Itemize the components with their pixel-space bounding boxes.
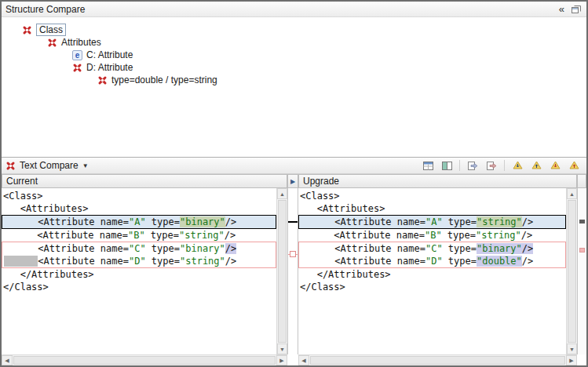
scroll-left-button[interactable]: ◀ [2,355,13,365]
scroll-left-icon: ◀ [5,358,9,363]
overview-spacer [577,354,586,365]
code-segment: type= [146,216,180,227]
scroll-thumb[interactable] [13,356,276,365]
conflict-block: <Attribute name="C" type="binary"/> <Att… [2,242,276,268]
tree-item-attributes[interactable]: Attributes [2,36,586,49]
scroll-thumb[interactable] [568,200,576,343]
code-line[interactable]: </Attributes> [2,268,276,281]
code-segment: <Attribute name= [4,216,129,227]
code-segment [4,256,38,267]
left-pane: <Class> <Attributes> <Attribute name="A"… [2,188,287,354]
code-line[interactable]: <Attribute name="B" type="string"/> [298,229,566,242]
code-segment: "A" [425,216,443,227]
code-line-selected-diff[interactable]: <Attribute name="A" type="binary"/> [2,215,276,229]
code-segment: "B" [425,230,442,241]
code-line[interactable]: <Attribute name="C" type="binary"/> [2,242,276,255]
scroll-thumb[interactable] [278,200,287,343]
code-segment: <Attribute name= [38,256,129,267]
code-line-selected-diff[interactable]: <Attribute name="A" type="string"/> [298,215,566,229]
scroll-left-icon: ◀ [301,358,305,363]
code-segment: /> [522,243,533,254]
code-segment: "B" [128,230,145,241]
overview-mark-change[interactable] [579,220,585,223]
code-line[interactable]: </Attributes> [298,268,566,281]
previous-difference-button[interactable] [528,158,545,173]
copy-current-right-to-left-icon [486,162,497,170]
code-line[interactable]: <Attributes> [298,202,566,215]
code-area-right[interactable]: <Class> <Attributes> <Attribute name="A"… [298,188,566,354]
scroll-right-button[interactable]: ▶ [276,355,287,365]
restore-pane-button[interactable] [570,5,583,13]
code-segment: /> [522,216,533,227]
next-change-button[interactable] [546,158,564,173]
overview-mark-conflict[interactable] [579,248,585,253]
structure-compare-header: Structure Compare « [2,2,586,17]
code-line[interactable]: <Class> [2,190,276,202]
tree-item-label: Class [36,24,66,36]
code-segment: "string" [179,230,225,241]
previous-change-button[interactable] [565,158,583,173]
scroll-up-icon: ▲ [569,191,575,197]
code-area-left[interactable]: <Class> <Attributes> <Attribute name="A"… [2,188,276,354]
code-segment: <Attribute name= [4,243,129,254]
left-vertical-scrollbar[interactable]: ▲ ▼ [276,188,287,354]
next-difference-icon [513,161,523,170]
scroll-up-button[interactable]: ▲ [277,188,287,199]
tree-item-label: D: Attribute [86,62,133,73]
copy-all-right-to-left-button[interactable] [464,158,481,173]
scroll-thumb[interactable] [310,356,565,365]
right-horizontal-scrollbar[interactable]: ◀ ▶ [298,354,577,365]
code-line[interactable]: <Attributes> [2,202,276,215]
copy-current-right-to-left-button[interactable] [483,158,500,173]
toolbar-separator [459,160,460,171]
code-line[interactable]: <Class> [298,190,566,202]
change-icon [97,75,108,85]
code-segment: /> [521,230,532,241]
copy-all-right-to-left-icon [467,162,478,170]
collapse-button[interactable]: « [557,4,566,14]
code-segment: "A" [129,216,146,227]
structure-compare-header-actions: « [557,4,583,14]
code-segment: type= [146,243,180,254]
scroll-down-button[interactable]: ▼ [277,343,287,354]
tree-item-c-attribute[interactable]: e C: Attribute [2,49,586,61]
gutter-spacer [287,354,298,365]
structure-compare-tree: Class Attributes e C: Attribute D: Attri… [2,17,586,157]
restore-pane-icon [572,5,581,13]
left-horizontal-scrollbar[interactable]: ◀ ▶ [2,354,287,365]
scroll-down-button[interactable]: ▼ [567,343,577,354]
conflict-connector-square[interactable] [290,251,296,257]
next-difference-button[interactable] [509,158,526,173]
swap-layout-button[interactable] [438,158,455,173]
left-pane-header: Current [2,174,287,188]
code-segment: "string" [180,256,225,267]
code-segment: <Attribute name= [301,256,425,267]
text-compare-menu-button[interactable]: Text Compare ▼ [20,160,89,171]
code-segment: type= [443,243,477,254]
tree-item-class[interactable]: Class [2,24,586,36]
code-segment: type= [443,216,477,227]
code-segment: type= [145,230,179,241]
element-e-icon: e [72,50,82,60]
scroll-right-icon: ▶ [569,358,573,363]
code-segment: <Attribute name= [301,216,425,227]
code-line[interactable]: </Class> [298,281,566,293]
scroll-right-button[interactable]: ▶ [566,355,577,365]
scroll-up-icon: ▲ [279,191,285,197]
code-segment: <Attribute name= [300,230,425,241]
compare-editor-window: Structure Compare « Class Attributes e C… [0,0,588,367]
code-line[interactable]: <Attribute name="D" type="double"/> [299,255,565,267]
right-vertical-scrollbar[interactable]: ▲ ▼ [566,188,577,354]
overview-ruler[interactable] [577,188,586,354]
ancestor-pane-button[interactable] [419,158,436,173]
tree-item-type-change[interactable]: type=double / type=string [2,74,586,86]
scroll-left-button[interactable]: ◀ [298,355,309,365]
code-line[interactable]: <Attribute name="B" type="string"/> [2,229,276,242]
code-line[interactable]: <Attribute name="C" type="binary"/> [299,242,565,255]
tree-item-d-attribute[interactable]: D: Attribute [2,61,586,74]
code-line[interactable]: <Attribute name="D" type="string"/> [2,255,276,267]
code-segment: type= [442,230,476,241]
scroll-up-button[interactable]: ▲ [567,188,577,199]
code-line[interactable]: </Class> [2,281,276,293]
selected-diff-connector [288,221,298,223]
